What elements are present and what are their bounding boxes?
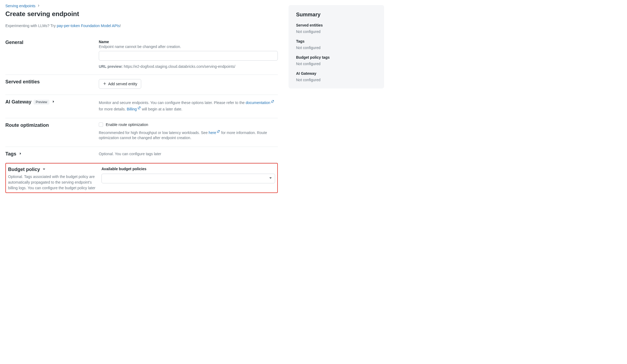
served-entities-heading: Served entities (5, 79, 93, 85)
summary-value: Not configured (296, 29, 377, 34)
intro-text: Experimenting with LLMs? Try pay-per-tok… (5, 24, 278, 28)
route-opt-here-link[interactable]: here (209, 131, 220, 135)
summary-label: Tags (296, 39, 377, 43)
summary-label: Served entities (296, 23, 377, 27)
budget-desc: Optional. Tags associated with the budge… (8, 174, 96, 191)
foundation-model-link[interactable]: pay-per-token Foundation Model APIs (57, 24, 120, 28)
name-label: Name (99, 40, 278, 44)
section-budget-policy: Budget policy Optional. Tags associated … (8, 167, 275, 191)
billing-link[interactable]: Billing (127, 107, 141, 111)
breadcrumb: Serving endpoints (5, 4, 278, 8)
section-served-entities: Served entities Add served entity (5, 75, 278, 95)
documentation-link[interactable]: documentation (246, 101, 274, 105)
summary-panel: Summary Served entities Not configured T… (289, 5, 384, 88)
ai-gateway-heading-text: AI Gateway (5, 99, 31, 105)
budget-heading[interactable]: Budget policy (8, 167, 96, 172)
page-title: Create serving endpoint (5, 10, 278, 18)
section-general: General Name Endpoint name cannot be cha… (5, 35, 278, 75)
summary-item-served-entities: Served entities Not configured (296, 23, 377, 34)
ai-gateway-desc: Monitor and secure endpoints. You can co… (99, 99, 278, 112)
summary-value: Not configured (296, 78, 377, 82)
name-help: Endpoint name cannot be changed after cr… (99, 44, 278, 49)
enable-route-opt-label[interactable]: Enable route optimization (106, 122, 148, 127)
section-tags: Tags Optional. You can configure tags la… (5, 147, 278, 163)
summary-label: Budget policy tags (296, 55, 377, 60)
url-preview: URL preview: https://e2-dogfood.staging.… (99, 64, 278, 69)
section-route-optimization: Route optimization Enable route optimiza… (5, 118, 278, 147)
summary-label: AI Gateway (296, 71, 377, 76)
tags-help: Optional. You can configure tags later (99, 151, 278, 157)
route-opt-help: Recommended for high throughput or low l… (99, 129, 278, 141)
breadcrumb-parent-link[interactable]: Serving endpoints (5, 4, 35, 8)
summary-item-budget-tags: Budget policy tags Not configured (296, 55, 377, 66)
intro-prefix: Experimenting with LLMs? Try (5, 24, 57, 28)
name-input[interactable] (99, 51, 278, 61)
summary-heading: Summary (296, 12, 377, 18)
external-link-icon (137, 106, 141, 111)
summary-value: Not configured (296, 46, 377, 50)
preview-badge: Preview (34, 100, 49, 105)
chevron-right-icon (37, 4, 40, 8)
budget-highlight-box: Budget policy Optional. Tags associated … (5, 163, 278, 193)
external-link-icon (271, 99, 274, 105)
add-served-entity-button[interactable]: Add served entity (99, 79, 141, 89)
section-ai-gateway: AI Gateway Preview Monitor and secure en… (5, 95, 278, 118)
budget-heading-text: Budget policy (8, 167, 40, 172)
add-served-entity-label: Add served entity (108, 82, 137, 86)
budget-policy-select[interactable] (101, 174, 275, 183)
tags-heading[interactable]: Tags (5, 151, 93, 157)
plus-icon (103, 82, 107, 86)
summary-item-ai-gateway: AI Gateway Not configured (296, 71, 377, 82)
route-opt-heading: Route optimization (5, 122, 93, 128)
url-preview-value: https://e2-dogfood.staging.cloud.databri… (124, 64, 235, 69)
summary-item-tags: Tags Not configured (296, 39, 377, 50)
chevron-right-icon (52, 99, 55, 105)
ai-gateway-heading[interactable]: AI Gateway Preview (5, 99, 93, 105)
enable-route-opt-checkbox[interactable] (99, 122, 103, 127)
chevron-down-icon (42, 167, 46, 172)
tags-heading-text: Tags (5, 151, 16, 157)
summary-value: Not configured (296, 62, 377, 66)
budget-select-label: Available budget policies (101, 167, 275, 171)
external-link-icon (217, 129, 220, 135)
chevron-right-icon (19, 151, 22, 157)
general-heading: General (5, 40, 93, 45)
intro-suffix: ! (120, 24, 121, 28)
main-form: Serving endpoints Create serving endpoin… (5, 4, 278, 193)
url-preview-label: URL preview: (99, 64, 123, 69)
